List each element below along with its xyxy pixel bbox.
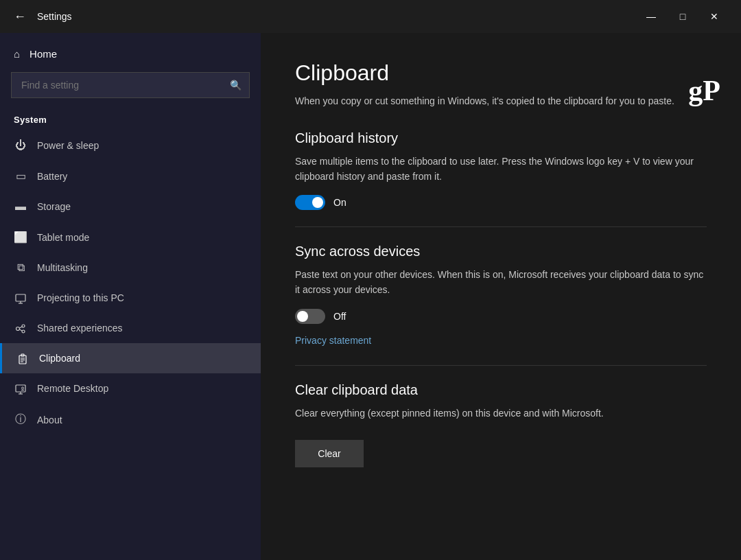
home-icon: ⌂	[14, 48, 20, 60]
clear-clipboard-section: Clear clipboard data Clear everything (e…	[295, 382, 707, 468]
sidebar-item-power-sleep[interactable]: ⏻ Power & sleep	[0, 130, 261, 161]
clipboard-history-section: Clipboard history Save multiple items to…	[295, 130, 707, 210]
content-area: gP Clipboard When you copy or cut someth…	[261, 33, 741, 560]
sidebar-item-tablet-mode[interactable]: ⬜ Tablet mode	[0, 222, 261, 253]
privacy-link[interactable]: Privacy statement	[295, 335, 371, 346]
shared-experiences-icon	[14, 322, 27, 334]
battery-icon: ▭	[14, 170, 27, 183]
sidebar-label-remote-desktop: Remote Desktop	[37, 383, 108, 394]
sync-devices-title: Sync across devices	[295, 244, 707, 259]
page-subtitle: When you copy or cut something in Window…	[295, 94, 707, 108]
sidebar-label-multitasking: Multitasking	[37, 262, 88, 273]
svg-point-16	[22, 387, 24, 389]
sidebar: ⌂ Home 🔍 System ⏻ Power & sleep ▭ Batter…	[0, 33, 261, 560]
sidebar-label-projecting: Projecting to this PC	[37, 292, 124, 303]
sidebar-item-home[interactable]: ⌂ Home	[0, 38, 261, 69]
clear-clipboard-desc: Clear everything (except pinned items) o…	[295, 406, 707, 421]
projecting-icon	[14, 292, 27, 304]
search-icon: 🔍	[230, 80, 242, 91]
sidebar-item-remote-desktop[interactable]: Remote Desktop	[0, 373, 261, 404]
svg-point-4	[22, 325, 25, 327]
page-title: Clipboard	[295, 60, 707, 86]
sidebar-label-storage: Storage	[37, 201, 71, 212]
sidebar-item-shared-experiences[interactable]: Shared experiences	[0, 313, 261, 343]
tablet-icon: ⬜	[14, 231, 27, 244]
storage-icon: ▬	[14, 200, 27, 213]
sync-devices-section: Sync across devices Paste text on your o…	[295, 244, 707, 348]
sidebar-label-battery: Battery	[37, 171, 67, 182]
sidebar-label-clipboard: Clipboard	[39, 353, 80, 364]
sidebar-label-tablet-mode: Tablet mode	[37, 232, 89, 243]
search-box: 🔍	[11, 72, 250, 98]
sidebar-item-storage[interactable]: ▬ Storage	[0, 191, 261, 222]
divider-2	[295, 365, 707, 366]
sidebar-label-shared-experiences: Shared experiences	[37, 323, 123, 334]
clipboard-history-title: Clipboard history	[295, 130, 707, 146]
brand-logo: gP	[688, 74, 720, 107]
clear-button[interactable]: Clear	[295, 440, 364, 467]
clipboard-history-toggle-label: On	[333, 197, 346, 208]
divider-1	[295, 226, 707, 227]
svg-line-7	[20, 329, 23, 331]
sync-devices-toggle[interactable]	[295, 309, 325, 324]
multitasking-icon: ⧉	[14, 261, 27, 274]
sync-devices-toggle-knob	[297, 311, 308, 322]
sidebar-item-about[interactable]: ⓘ About	[0, 404, 261, 436]
search-input[interactable]	[11, 72, 250, 98]
back-button[interactable]: ←	[11, 7, 29, 27]
clipboard-icon	[16, 352, 30, 364]
clipboard-history-toggle-knob	[312, 197, 323, 208]
svg-point-5	[22, 330, 25, 333]
clear-clipboard-title: Clear clipboard data	[295, 382, 707, 398]
sync-devices-toggle-label: Off	[333, 311, 346, 322]
title-bar: ← Settings — □ ✕	[0, 0, 741, 33]
sidebar-label-about: About	[37, 415, 62, 425]
minimize-button[interactable]: —	[635, 5, 667, 27]
sidebar-item-clipboard[interactable]: Clipboard	[0, 343, 261, 373]
sidebar-item-projecting[interactable]: Projecting to this PC	[0, 283, 261, 313]
sidebar-section-label: System	[0, 109, 261, 130]
power-icon: ⏻	[14, 139, 27, 152]
clipboard-history-toggle[interactable]	[295, 195, 325, 210]
window-controls: — □ ✕	[635, 5, 730, 27]
sidebar-label-power-sleep: Power & sleep	[37, 140, 99, 151]
remote-desktop-icon	[14, 382, 27, 395]
clipboard-history-desc: Save multiple items to the clipboard to …	[295, 154, 707, 184]
clipboard-history-toggle-row: On	[295, 195, 707, 210]
app-title: Settings	[37, 11, 72, 22]
svg-line-6	[20, 327, 23, 328]
svg-point-3	[16, 327, 20, 330]
title-bar-left: ← Settings	[11, 7, 635, 27]
sync-devices-toggle-row: Off	[295, 309, 707, 324]
home-label: Home	[30, 48, 57, 60]
sidebar-item-battery[interactable]: ▭ Battery	[0, 161, 261, 191]
close-button[interactable]: ✕	[698, 5, 730, 27]
sync-devices-desc: Paste text on your other devices. When t…	[295, 268, 707, 297]
sidebar-item-multitasking[interactable]: ⧉ Multitasking	[0, 253, 261, 283]
main-layout: ⌂ Home 🔍 System ⏻ Power & sleep ▭ Batter…	[0, 33, 741, 560]
svg-rect-0	[16, 294, 25, 301]
back-icon: ←	[14, 10, 26, 24]
maximize-button[interactable]: □	[667, 5, 698, 27]
about-icon: ⓘ	[14, 412, 27, 427]
